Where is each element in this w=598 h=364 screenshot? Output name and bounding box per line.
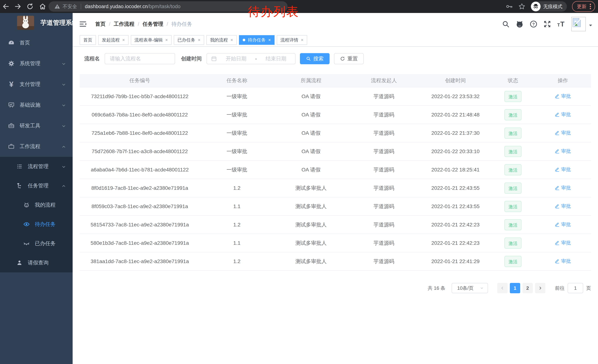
breadcrumb-home[interactable]: 首页 <box>95 21 106 28</box>
breadcrumb-task-management[interactable]: 任务管理 <box>143 21 163 28</box>
security-warning-icon[interactable] <box>54 3 60 10</box>
browser-back-icon[interactable] <box>2 3 10 10</box>
sidebar-item-devtools[interactable]: 研发工具 <box>0 115 73 136</box>
process-name-input[interactable] <box>105 53 175 64</box>
browser-forward-icon[interactable] <box>14 3 22 10</box>
status-badge: 激活 <box>505 219 522 230</box>
sidebar-item-process-management[interactable]: 流程管理 <box>0 157 73 176</box>
sidebar-item-done-tasks[interactable]: 已办任务 <box>0 234 73 253</box>
page-content: 流程名 创建时间 开始日期 - 结束日期 搜索 重 <box>73 47 598 293</box>
close-icon[interactable]: × <box>301 38 303 42</box>
date-range-picker[interactable]: 开始日期 - 结束日期 <box>207 53 295 64</box>
browser-reload-icon[interactable] <box>26 3 34 10</box>
approve-button[interactable]: 审批 <box>555 93 571 99</box>
sidebar-item-infrastructure[interactable]: 基础设施 <box>0 95 73 115</box>
col-task-name: 任务名称 <box>200 77 274 84</box>
page-button-1[interactable]: 1 <box>510 283 520 293</box>
dashboard-icon <box>8 40 15 46</box>
help-icon[interactable]: ? <box>530 20 538 28</box>
svg-text:T: T <box>560 20 565 28</box>
chevron-up-icon <box>61 144 66 149</box>
browser-home-icon[interactable] <box>39 3 46 10</box>
chevron-left-icon <box>500 286 505 290</box>
person-icon <box>16 259 23 266</box>
briefcase-icon <box>8 143 15 150</box>
approve-button[interactable]: 审批 <box>555 221 571 228</box>
filter-form: 流程名 创建时间 开始日期 - 结束日期 搜索 重 <box>84 53 591 64</box>
gear-icon <box>8 60 15 67</box>
approve-button[interactable]: 审批 <box>555 148 571 154</box>
url-path: /bpm/task/todo <box>148 4 180 9</box>
avatar[interactable] <box>571 17 586 31</box>
approve-button[interactable]: 审批 <box>555 240 571 246</box>
tab-home[interactable]: 首页 <box>80 35 96 45</box>
app-logo[interactable]: 芋道管理系统 <box>0 13 73 32</box>
key-icon[interactable] <box>505 3 513 10</box>
annotation-overlay: 待办列表 <box>248 3 299 20</box>
approve-button[interactable]: 审批 <box>555 111 571 118</box>
tags-view-bar: 首页 发起流程× 流程表单-编辑× 已办任务× 我的流程× 待办任务× 流程详情… <box>73 35 598 47</box>
goto-page-input[interactable] <box>568 283 583 293</box>
close-icon[interactable]: × <box>268 38 271 42</box>
toolbox-icon <box>8 122 15 129</box>
github-icon[interactable] <box>515 20 524 28</box>
approve-button[interactable]: 审批 <box>555 258 571 264</box>
page-button-2[interactable]: 2 <box>523 283 533 293</box>
sidebar-item-task-management[interactable]: 任务管理 <box>0 176 73 195</box>
kebab-menu-icon[interactable] <box>590 3 591 10</box>
status-badge: 激活 <box>505 201 522 212</box>
sidebar-item-system[interactable]: 系统管理 <box>0 53 73 74</box>
close-icon[interactable]: × <box>198 38 200 42</box>
page-size-select[interactable]: 10条/页 <box>452 283 488 293</box>
sidebar-item-home[interactable]: 首页 <box>0 32 73 53</box>
breadcrumb-workflow[interactable]: 工作流程 <box>114 21 134 28</box>
tab-todo-tasks[interactable]: 待办任务× <box>239 35 274 45</box>
logo-image <box>17 16 34 30</box>
prev-page-button[interactable] <box>497 283 507 293</box>
sidebar-item-leave-query[interactable]: 请假查询 <box>0 253 73 272</box>
sidebar-item-todo-tasks[interactable]: 待办任务 <box>0 215 73 234</box>
approve-button[interactable]: 审批 <box>555 166 571 173</box>
url-domain: dashboard.yudao.iocoder.cn <box>85 4 148 9</box>
sidebar: 芋道管理系统 首页 系统管理 ¥ 支付管理 基础设施 <box>0 13 73 364</box>
close-icon[interactable]: × <box>165 38 168 42</box>
update-button[interactable]: 更新 <box>572 1 595 12</box>
font-size-icon[interactable]: TT <box>557 20 566 28</box>
sidebar-item-workflow[interactable]: 工作流程 <box>0 136 73 157</box>
close-icon[interactable]: × <box>231 38 233 42</box>
next-page-button[interactable] <box>535 283 545 293</box>
approve-button[interactable]: 审批 <box>555 129 571 136</box>
tab-my-process[interactable]: 我的流程× <box>206 35 237 45</box>
reset-button[interactable]: 重置 <box>334 53 364 64</box>
search-icon[interactable] <box>502 20 510 28</box>
approve-button[interactable]: 审批 <box>555 185 571 191</box>
col-actions: 操作 <box>535 77 591 84</box>
table-row: 73211d9d-7b9b-11ec-b5b7-acde48001122 一级审… <box>80 87 591 106</box>
tab-done-tasks[interactable]: 已办任务× <box>174 35 204 45</box>
sidebar-item-payment[interactable]: ¥ 支付管理 <box>0 74 73 95</box>
security-label: 不安全 <box>63 3 77 10</box>
svg-text:?: ? <box>532 22 535 26</box>
chevron-down-icon <box>61 82 66 87</box>
col-process: 所属流程 <box>274 77 348 84</box>
bookmark-star-icon[interactable] <box>518 3 526 10</box>
avatar-caret-icon[interactable] <box>588 24 593 27</box>
search-button[interactable]: 搜索 <box>300 53 330 64</box>
chevron-down-icon <box>480 286 484 290</box>
workflow-submenu: 流程管理 任务管理 我的流程 待办任务 <box>0 157 73 272</box>
process-name-label: 流程名 <box>84 55 100 62</box>
tab-process-detail[interactable]: 流程详情× <box>277 35 307 45</box>
close-icon[interactable]: × <box>122 38 125 42</box>
hamburger-icon[interactable] <box>80 21 87 27</box>
sidebar-item-my-process[interactable]: 我的流程 <box>0 195 73 215</box>
chevron-up-icon <box>61 184 66 189</box>
approve-button[interactable]: 审批 <box>555 203 571 209</box>
tab-start-process[interactable]: 发起流程× <box>98 35 129 45</box>
browser-chrome: 不安全 dashboard.yudao.iocoder.cn/bpm/task/… <box>0 0 598 13</box>
fullscreen-icon[interactable] <box>543 20 551 28</box>
create-time-label: 创建时间 <box>181 55 202 62</box>
incognito-label: 无痕模式 <box>543 3 562 10</box>
table-row: 069c6a63-7b8a-11ec-8ef0-acde48001122 一级审… <box>80 106 591 124</box>
status-badge: 激活 <box>505 128 522 139</box>
tab-process-form-edit[interactable]: 流程表单-编辑× <box>131 35 172 45</box>
